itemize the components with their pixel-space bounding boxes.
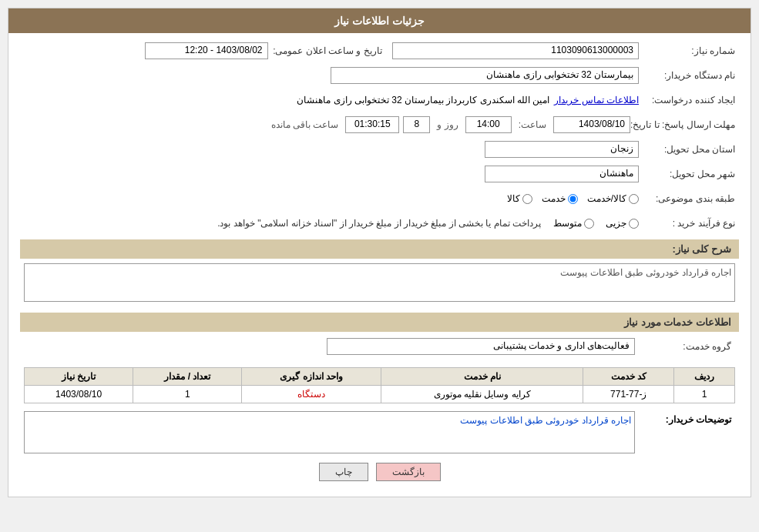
back-button[interactable]: بازگشت xyxy=(376,463,441,481)
category-option-khedmat: خدمت xyxy=(542,193,578,204)
category-row: طبقه بندی موضوعی: کالا/خدمت خدمت کالا xyxy=(20,189,739,209)
buyer-name-value: بیمارستان 32 تختخوابی رازی ماهنشان xyxy=(331,67,639,84)
purchase-type-option-jozi: جزیی xyxy=(606,218,639,229)
content-area: شماره نیاز: 1103090613000003 تاریخ و ساع… xyxy=(8,33,751,497)
purchase-type-value-cell: جزیی متوسط پرداخت تمام یا بخشی از مبلغ خ… xyxy=(20,218,639,229)
creator-value-cell: اطلاعات تماس خریدار امین الله اسکندری کا… xyxy=(20,95,639,105)
need-number-label: شماره نیاز: xyxy=(639,45,739,56)
service-group-row: گروه خدمت: فعالیت‌های اداری و خدمات پشتی… xyxy=(20,336,739,356)
need-number-value-cell: 1103090613000003 xyxy=(391,42,640,59)
row-number: 1 xyxy=(674,386,735,403)
category-label: طبقه بندی موضوعی: xyxy=(639,193,739,204)
city-value: ماهنشان xyxy=(485,166,639,182)
page-wrapper: جزئیات اطلاعات نیاز شماره نیاز: 11030906… xyxy=(0,0,759,532)
general-desc-label: شرح کلی نیاز: xyxy=(672,243,731,255)
services-section-header: اطلاعات خدمات مورد نیاز xyxy=(20,313,739,332)
deadline-date: 1403/08/10 xyxy=(553,116,630,133)
table-header-row: ردیف کد خدمت نام خدمت واحد اندازه گیری ت… xyxy=(25,368,735,386)
print-button[interactable]: چاپ xyxy=(319,463,368,481)
buyer-notes-text: اجاره قرارداد خودروئی طبق اطلاعات پیوست xyxy=(460,415,631,426)
deadline-remaining: 01:30:15 xyxy=(345,116,399,133)
services-section-title: اطلاعات خدمات مورد نیاز xyxy=(624,316,731,328)
row-quantity: 1 xyxy=(133,386,242,403)
category-option-kala: کالا xyxy=(507,193,532,204)
city-row: شهر محل تحویل: ماهنشان xyxy=(20,164,739,184)
category-value-cell: کالا/خدمت خدمت کالا xyxy=(20,193,639,204)
service-group-label: گروه خدمت: xyxy=(635,341,735,352)
general-desc-value: اجاره قرارداد خودروئی طبق اطلاعات پیوست xyxy=(24,263,735,302)
col-header-row: ردیف xyxy=(674,368,735,386)
creator-label: ایجاد کننده درخواست: xyxy=(639,95,739,105)
category-label-kala-khedmat: کالا/خدمت xyxy=(587,193,626,204)
page-title: جزئیات اطلاعات نیاز xyxy=(334,15,425,27)
purchase-type-row: نوع فرآیند خرید : جزیی متوسط پرداخت تمام… xyxy=(20,213,739,233)
city-label: شهر محل تحویل: xyxy=(639,169,739,179)
deadline-time: 14:00 xyxy=(465,116,512,133)
province-label: استان محل تحویل: xyxy=(639,144,739,155)
purchase-type-label: نوع فرآیند خرید : xyxy=(639,218,739,229)
buttons-row: بازگشت چاپ xyxy=(20,453,739,489)
date-value: 1403/08/02 - 12:20 xyxy=(145,42,268,59)
page-header: جزئیات اطلاعات نیاز xyxy=(8,8,751,33)
buyer-notes-value: اجاره قرارداد خودروئی طبق اطلاعات پیوست xyxy=(24,411,635,453)
service-group-value-cell: فعالیت‌های اداری و خدمات پشتیبانی xyxy=(24,338,635,355)
deadline-row: مهلت ارسال پاسخ: تا تاریخ: 1403/08/10 سا… xyxy=(20,115,739,135)
city-value-cell: ماهنشان xyxy=(20,166,639,182)
purchase-type-label-jozi: جزیی xyxy=(606,218,626,229)
col-header-quantity: تعداد / مقدار xyxy=(133,368,242,386)
category-label-kala: کالا xyxy=(507,193,520,204)
table-row: 1 ز-77-771 کرایه وسایل نقلیه موتوری دستگ… xyxy=(25,386,735,403)
need-number-row: شماره نیاز: 1103090613000003 تاریخ و ساع… xyxy=(20,41,739,61)
category-radio-khedmat[interactable] xyxy=(568,194,578,204)
services-table-container: ردیف کد خدمت نام خدمت واحد اندازه گیری ت… xyxy=(20,361,739,407)
buyer-notes-value-cell: اجاره قرارداد خودروئی طبق اطلاعات پیوست xyxy=(24,411,635,453)
category-radio-kala-khedmat[interactable] xyxy=(629,194,639,204)
purchase-type-radio-mutavasset[interactable] xyxy=(584,219,594,229)
creator-contact-link[interactable]: اطلاعات تماس خریدار xyxy=(554,95,639,105)
deadline-label: مهلت ارسال پاسخ: تا تاریخ: xyxy=(630,119,739,130)
general-desc-section-header: شرح کلی نیاز: xyxy=(20,239,739,259)
services-table: ردیف کد خدمت نام خدمت واحد اندازه گیری ت… xyxy=(24,367,735,403)
deadline-remaining-label: ساعت باقی مانده xyxy=(271,119,339,130)
buyer-name-value-cell: بیمارستان 32 تختخوابی رازی ماهنشان xyxy=(20,67,639,84)
purchase-type-radio-jozi[interactable] xyxy=(629,219,639,229)
main-container: جزئیات اطلاعات نیاز شماره نیاز: 11030906… xyxy=(8,8,751,497)
col-header-unit: واحد اندازه گیری xyxy=(242,368,381,386)
creator-value: امین الله اسکندری کاربرداز بیمارستان 32 … xyxy=(297,95,549,105)
row-date: 1403/08/10 xyxy=(25,386,133,403)
col-header-name: نام خدمت xyxy=(381,368,583,386)
category-label-khedmat: خدمت xyxy=(542,193,566,204)
general-desc-container: اجاره قرارداد خودروئی طبق اطلاعات پیوست xyxy=(20,263,739,306)
buyer-name-row: نام دستگاه خریدار: بیمارستان 32 تختخوابی… xyxy=(20,65,739,85)
need-number-value: 1103090613000003 xyxy=(392,42,639,59)
row-service-name: کرایه وسایل نقلیه موتوری xyxy=(381,386,583,403)
deadline-value-cell: 1403/08/10 ساعت: 14:00 روز و 8 01:30:15 … xyxy=(20,116,630,133)
date-label: تاریخ و ساعت اعلان عمومی: xyxy=(268,45,391,56)
purchase-type-option-mutavasset: متوسط xyxy=(553,218,594,229)
province-value: زنجان xyxy=(485,141,639,158)
service-group-value: فعالیت‌های اداری و خدمات پشتیبانی xyxy=(327,338,635,355)
row-unit: دستگاه xyxy=(242,386,381,403)
creator-row: ایجاد کننده درخواست: اطلاعات تماس خریدار… xyxy=(20,90,739,110)
purchase-type-options: جزیی متوسط xyxy=(553,218,639,229)
province-row: استان محل تحویل: زنجان xyxy=(20,139,739,159)
category-radio-kala[interactable] xyxy=(522,194,532,204)
col-header-date: تاریخ نیاز xyxy=(25,368,133,386)
row-code: ز-77-771 xyxy=(583,386,674,403)
buyer-notes-label: توضیحات خریدار: xyxy=(635,411,735,425)
province-value-cell: زنجان xyxy=(20,141,639,158)
buyer-notes-row: توضیحات خریدار: اجاره قرارداد خودروئی طب… xyxy=(20,411,739,453)
purchase-type-note: پرداخت تمام یا بخشی از مبلغ خریدار از مب… xyxy=(217,218,541,229)
deadline-days: 8 xyxy=(403,116,430,133)
purchase-type-label-mutavasset: متوسط xyxy=(553,218,582,229)
category-option-kala-khedmat: کالا/خدمت xyxy=(587,193,639,204)
buyer-name-label: نام دستگاه خریدار: xyxy=(639,70,739,81)
col-header-code: کد خدمت xyxy=(583,368,674,386)
deadline-time-label: ساعت: xyxy=(519,119,546,130)
deadline-day-label: روز و xyxy=(437,119,458,130)
date-value-cell: 1403/08/02 - 12:20 xyxy=(20,42,268,59)
